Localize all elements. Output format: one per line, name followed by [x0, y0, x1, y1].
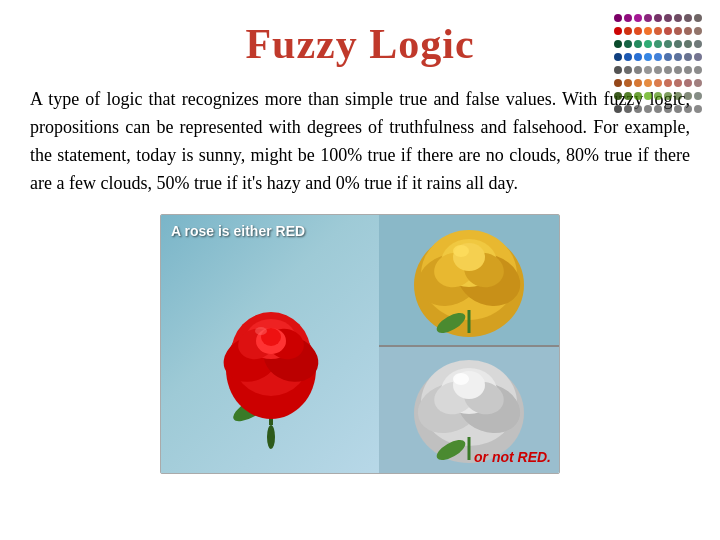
- or-not-label: or not RED.: [474, 449, 551, 465]
- svg-point-12: [255, 327, 267, 335]
- red-rose-panel: A rose is either RED: [161, 215, 381, 474]
- red-rose-label: A rose is either RED: [161, 215, 381, 243]
- svg-point-34: [453, 373, 469, 385]
- dot-grid-decoration: [610, 10, 710, 130]
- red-rose-image: [161, 243, 381, 474]
- svg-point-22: [453, 245, 469, 257]
- page-title: Fuzzy Logic: [30, 20, 690, 68]
- rose-image-composite: A rose is either RED: [160, 214, 560, 474]
- separator-line: [379, 345, 559, 347]
- page: Fuzzy Logic A type of logic that recogni…: [0, 0, 720, 540]
- yellow-rose-panel: [379, 215, 559, 345]
- title-area: Fuzzy Logic: [30, 20, 690, 68]
- svg-point-0: [267, 425, 275, 449]
- yellow-rose-svg: [379, 215, 559, 345]
- body-paragraph: A type of logic that recognizes more tha…: [30, 86, 690, 198]
- red-rose-svg: [196, 269, 346, 449]
